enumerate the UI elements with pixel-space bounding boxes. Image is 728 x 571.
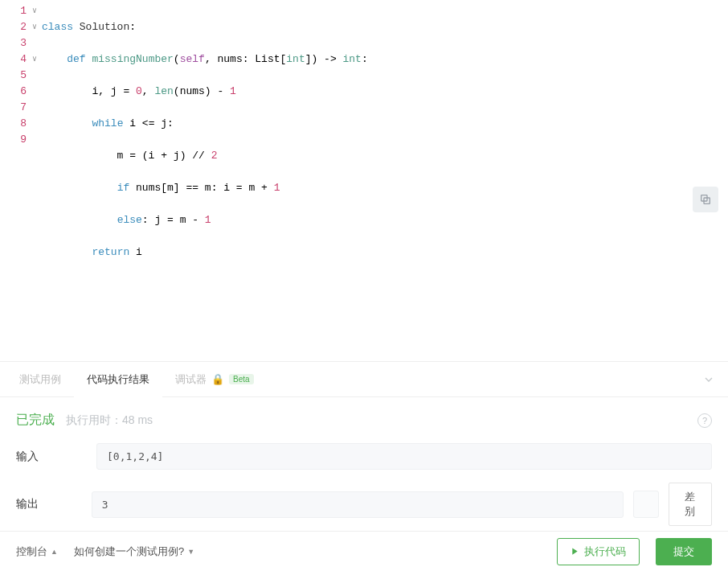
tab-testcase[interactable]: 测试用例 (6, 362, 74, 397)
chevron-down-icon (702, 373, 715, 386)
output-value: 3 (92, 491, 624, 518)
fold-caret-icon[interactable]: ∨ (29, 3, 37, 19)
gutter-line: 9 (0, 132, 42, 148)
input-label: 输入 (16, 450, 96, 464)
gutter-line: 1∨ (0, 3, 42, 19)
result-tabs: 测试用例 代码执行结果 调试器 🔒 Beta (0, 362, 728, 397)
console-toggle[interactable]: 控制台▲ (16, 544, 58, 559)
runtime-text: 执行用时：48 ms (66, 413, 153, 428)
gutter-line: 2∨ (0, 19, 42, 35)
line-gutter: 1∨ 2∨ 3 4∨ 5 6 7 8 9 (0, 0, 42, 361)
beta-badge: Beta (229, 374, 254, 384)
input-value: [0,1,2,4] (96, 443, 712, 470)
help-button[interactable]: ? (697, 413, 712, 428)
fold-caret-icon[interactable]: ∨ (29, 19, 37, 35)
input-row: 输入 [0,1,2,4] (16, 443, 712, 470)
svg-marker-2 (572, 548, 577, 554)
caret-up-icon: ▲ (51, 548, 58, 556)
gutter-line: 8 (0, 116, 42, 132)
code-editor[interactable]: 1∨ 2∨ 3 4∨ 5 6 7 8 9 class Solution: def… (0, 0, 728, 362)
run-code-button[interactable]: 执行代码 (557, 538, 640, 565)
fold-caret-icon[interactable]: ∨ (29, 51, 37, 68)
play-icon (571, 547, 579, 556)
output-spacer (633, 491, 659, 518)
footer-bar: 控制台▲ 如何创建一个测试用例?▼ 执行代码 提交 (0, 531, 728, 571)
copy-button[interactable] (693, 187, 718, 212)
code-body[interactable]: class Solution: def missingNumber(self, … (42, 0, 728, 361)
tab-result[interactable]: 代码执行结果 (74, 362, 162, 397)
status-row: 已完成 执行用时：48 ms ? (16, 412, 712, 429)
gutter-line: 4∨ (0, 51, 42, 68)
copy-icon (699, 193, 712, 206)
lock-icon: 🔒 (211, 373, 224, 385)
gutter-line: 5 (0, 68, 42, 84)
gutter-line: 6 (0, 84, 42, 100)
gutter-line: 3 (0, 35, 42, 51)
howto-link[interactable]: 如何创建一个测试用例?▼ (74, 544, 194, 559)
submit-button[interactable]: 提交 (656, 538, 712, 565)
tab-debugger[interactable]: 调试器 🔒 Beta (162, 362, 267, 397)
output-label: 输出 (16, 497, 92, 511)
diff-button[interactable]: 差别 (669, 483, 712, 526)
gutter-line: 7 (0, 100, 42, 116)
output-row: 输出 3 差别 (16, 483, 712, 526)
collapse-panel-button[interactable] (702, 373, 715, 386)
caret-down-icon: ▼ (187, 548, 194, 556)
status-text: 已完成 (16, 412, 55, 429)
